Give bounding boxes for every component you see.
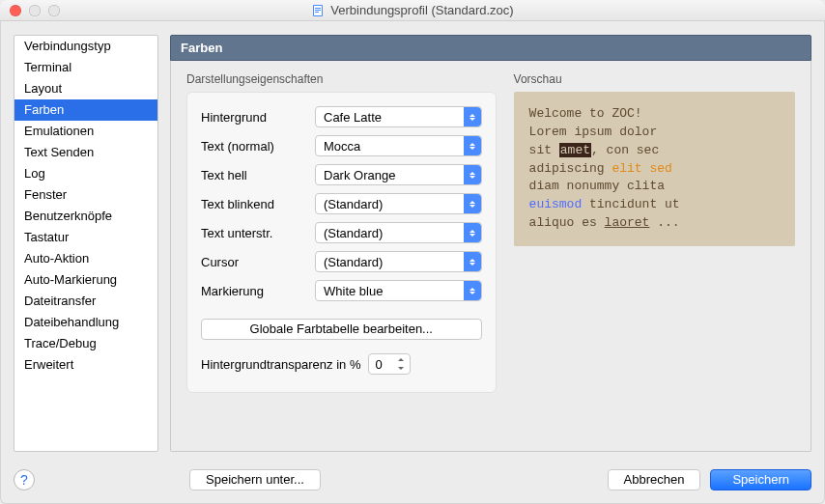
row-text-blink: Text blinkend (Standard) [201, 193, 482, 214]
panel-body: Darstellungseigenschaften Hintergrund Ca… [170, 61, 811, 452]
svg-rect-2 [315, 8, 321, 9]
chevron-updown-icon [464, 136, 481, 155]
select-value: (Standard) [324, 255, 383, 269]
preview-box: Welcome to ZOC! Lorem ipsum dolor sit am… [514, 92, 795, 246]
properties-column: Darstellungseigenschaften Hintergrund Ca… [186, 72, 497, 435]
preview-line: euismod tincidunt ut [529, 196, 780, 214]
save-as-button[interactable]: Speichern unter... [189, 469, 321, 490]
cancel-button[interactable]: Abbrechen [608, 469, 701, 490]
label-cursor: Cursor [201, 255, 315, 269]
sidebar-item-label: Verbindungstyp [24, 39, 111, 53]
preview-bright-text: elit sed [612, 161, 671, 176]
row-selection: Markierung White blue [201, 280, 482, 301]
select-value: Cafe Latte [324, 110, 382, 125]
body: Verbindungstyp Terminal Layout Farben Em… [0, 21, 825, 462]
sidebar-item-label: Dateibehandlung [24, 315, 119, 329]
properties-title: Darstellungseigenschaften [186, 72, 497, 86]
sidebar-item-send-text[interactable]: Text Senden [14, 142, 157, 163]
preview-line: adipiscing elit sed [529, 160, 780, 179]
label-background: Hintergrund [201, 110, 315, 125]
sidebar-item-auto-action[interactable]: Auto-Aktion [14, 248, 157, 269]
stepper-value: 0 [375, 357, 382, 372]
row-cursor: Cursor (Standard) [201, 251, 482, 272]
footer: ? Speichern unter... Abbrechen Speichern [0, 462, 825, 504]
transparency-stepper[interactable]: 0 [368, 353, 411, 375]
sidebar-item-label: Benutzerknöpfe [24, 209, 112, 223]
preview-highlight: amet [559, 143, 591, 157]
sidebar-item-keyboard[interactable]: Tastatur [14, 227, 157, 248]
chevron-updown-icon [464, 165, 481, 184]
label-selection: Markierung [201, 284, 315, 298]
sidebar-item-label: Erweitert [24, 357, 73, 372]
window: Verbindungsprofil (Standard.zoc) Verbind… [0, 0, 825, 504]
row-text-bright: Text hell Dark Orange [201, 164, 482, 185]
window-title: Verbindungsprofil (Standard.zoc) [0, 3, 825, 17]
sidebar-item-file-transfer[interactable]: Dateitransfer [14, 291, 157, 312]
main: Farben Darstellungseigenschaften Hinterg… [170, 35, 811, 452]
select-text-blink[interactable]: (Standard) [315, 193, 482, 214]
sidebar: Verbindungstyp Terminal Layout Farben Em… [14, 35, 158, 452]
sidebar-item-file-handling[interactable]: Dateibehandlung [14, 312, 157, 333]
row-transparency: Hintergrundtransparenz in % 0 [201, 353, 482, 375]
svg-rect-4 [315, 12, 319, 13]
sidebar-item-label: Emulationen [24, 124, 94, 138]
select-text-bright[interactable]: Dark Orange [315, 164, 482, 185]
label-text-bright: Text hell [201, 168, 315, 182]
select-value: (Standard) [324, 197, 383, 211]
preview-colored-text: euismod [529, 197, 583, 211]
preview-line: Welcome to ZOC! [529, 105, 780, 124]
help-button[interactable]: ? [14, 469, 35, 490]
preview-line: aliquo es laoret ... [529, 214, 780, 233]
sidebar-item-emulations[interactable]: Emulationen [14, 121, 157, 142]
preview-line: Lorem ipsum dolor [529, 124, 780, 142]
stepper-arrows-icon [398, 355, 408, 373]
select-selection[interactable]: White blue [315, 280, 482, 301]
sidebar-item-label: Log [24, 166, 45, 181]
chevron-updown-icon [464, 194, 481, 213]
save-button[interactable]: Speichern [710, 469, 811, 490]
select-text-under[interactable]: (Standard) [315, 222, 482, 243]
row-background: Hintergrund Cafe Latte [201, 106, 482, 127]
properties-box: Hintergrund Cafe Latte Text (normal) Moc… [186, 92, 497, 393]
preview-column: Vorschau Welcome to ZOC! Lorem ipsum dol… [514, 72, 795, 435]
select-value: White blue [324, 284, 383, 298]
sidebar-item-label: Layout [24, 81, 62, 96]
sidebar-item-user-buttons[interactable]: Benutzerknöpfe [14, 206, 157, 227]
sidebar-item-colors[interactable]: Farben [14, 99, 157, 121]
titlebar: Verbindungsprofil (Standard.zoc) [0, 0, 825, 21]
label-text-normal: Text (normal) [201, 139, 315, 154]
sidebar-item-label: Farben [24, 102, 64, 117]
sidebar-item-label: Text Senden [24, 145, 94, 159]
sidebar-item-window[interactable]: Fenster [14, 184, 157, 206]
preview-underline-text: laoret [605, 215, 650, 230]
sidebar-item-trace-debug[interactable]: Trace/Debug [14, 333, 157, 354]
sidebar-item-auto-mark[interactable]: Auto-Markierung [14, 269, 157, 291]
sidebar-item-label: Auto-Markierung [24, 272, 117, 287]
select-background[interactable]: Cafe Latte [315, 106, 482, 127]
sidebar-item-log[interactable]: Log [14, 163, 157, 184]
sidebar-item-terminal[interactable]: Terminal [14, 57, 157, 78]
sidebar-item-advanced[interactable]: Erweitert [14, 354, 157, 376]
row-text-normal: Text (normal) Mocca [201, 135, 482, 156]
window-title-text: Verbindungsprofil (Standard.zoc) [330, 3, 513, 17]
select-cursor[interactable]: (Standard) [315, 251, 482, 272]
select-value: Mocca [324, 139, 360, 154]
preview-title: Vorschau [514, 72, 795, 86]
document-icon [311, 4, 325, 17]
sidebar-item-label: Auto-Aktion [24, 251, 89, 266]
sidebar-item-connection-type[interactable]: Verbindungstyp [14, 36, 157, 57]
select-value: Dark Orange [324, 168, 395, 182]
select-text-normal[interactable]: Mocca [315, 135, 482, 156]
chevron-updown-icon [464, 252, 481, 271]
global-color-table-button[interactable]: Globale Farbtabelle bearbeiten... [201, 319, 482, 340]
svg-rect-3 [315, 10, 321, 11]
sidebar-item-label: Terminal [24, 60, 71, 74]
sidebar-item-label: Fenster [24, 187, 67, 202]
row-text-under: Text unterstr. (Standard) [201, 222, 482, 243]
chevron-updown-icon [464, 107, 481, 126]
label-transparency: Hintergrundtransparenz in % [201, 357, 360, 372]
sidebar-item-layout[interactable]: Layout [14, 78, 157, 99]
sidebar-item-label: Dateitransfer [24, 294, 96, 308]
panel-header: Farben [170, 35, 811, 61]
label-text-under: Text unterstr. [201, 226, 315, 240]
